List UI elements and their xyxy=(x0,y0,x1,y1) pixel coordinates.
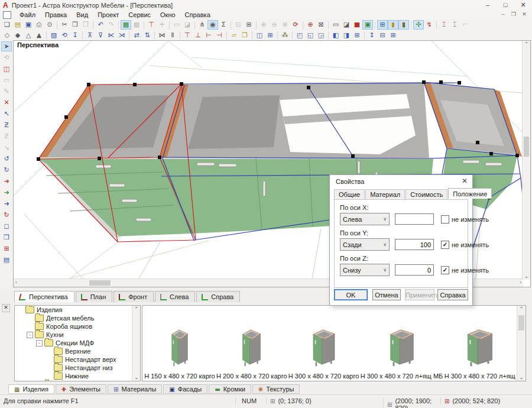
view-tab[interactable]: Перспектива xyxy=(14,291,74,303)
library-tab[interactable]: ▣ Фасады xyxy=(163,384,207,394)
tool-button[interactable]: ➜ xyxy=(1,176,12,186)
toolbar-button[interactable]: ⊞ xyxy=(388,31,398,40)
toolbar-button[interactable]: ▣ xyxy=(362,20,373,30)
tree-item[interactable]: Короба ящиков xyxy=(15,322,140,331)
gallery-item[interactable]: Н 200 х 480 х 720 карго xyxy=(216,324,287,380)
tool-button[interactable]: ↻ xyxy=(1,165,12,175)
toolbar-button[interactable]: ■ xyxy=(352,20,362,30)
cancel-button[interactable]: Отмена xyxy=(372,289,401,300)
tool-button[interactable]: ↻ xyxy=(1,210,12,220)
toolbar-button[interactable]: ⊤ xyxy=(182,31,193,40)
axis-x-input[interactable] xyxy=(395,213,434,225)
help-button[interactable]: Справка xyxy=(437,289,468,300)
toolbar-button[interactable]: △ xyxy=(23,31,34,40)
toolbar-button[interactable]: ⋊ xyxy=(116,31,127,40)
minimize-button[interactable]: – xyxy=(479,0,497,10)
toolbar-button[interactable]: ▮ xyxy=(398,20,409,30)
menu-edit[interactable]: Правка xyxy=(40,11,72,18)
menu-view[interactable]: Вид xyxy=(72,11,93,18)
tree-item[interactable]: Верхние xyxy=(15,347,140,355)
toolbar-button[interactable]: ⋉ xyxy=(106,31,116,40)
gallery-item[interactable]: Н 150 х 480 х 720 карго xyxy=(144,324,215,380)
toolbar-button[interactable]: ⌶ xyxy=(449,20,460,30)
toolbar-button[interactable]: ⊟ xyxy=(377,31,388,40)
axis-y-checkbox[interactable]: ✓ xyxy=(441,241,449,249)
library-tab[interactable]: ❋ Текстуры xyxy=(252,384,300,394)
toolbar-button[interactable]: ⊡ xyxy=(233,20,244,30)
tool-button[interactable]: ⟲ xyxy=(1,53,12,63)
maximize-button[interactable]: □ xyxy=(497,0,514,10)
toolbar-button[interactable]: ◰ xyxy=(294,31,305,40)
tree-item[interactable]: - Кухни xyxy=(15,331,140,339)
toolbar-button[interactable]: ↶ xyxy=(95,20,106,30)
tool-button[interactable]: ➤ xyxy=(1,41,12,51)
library-tab[interactable]: ▦ Изделия xyxy=(8,384,54,394)
tool-button[interactable]: ▭ xyxy=(1,75,12,85)
tree-item[interactable]: - Секции МДФ xyxy=(15,339,140,347)
toolbar-button[interactable]: ▲ xyxy=(34,31,44,40)
toolbar-button[interactable]: ⋔ xyxy=(197,20,207,30)
toolbar-button[interactable]: ⊠ xyxy=(316,20,326,30)
toolbar-button[interactable]: ↕ xyxy=(366,31,377,40)
menu-file[interactable]: Файл xyxy=(15,11,40,18)
toolbar-button[interactable]: ◲ xyxy=(316,31,326,40)
axis-z-checkbox[interactable]: ✓ xyxy=(441,266,449,274)
toolbar-button[interactable]: ⊽ xyxy=(95,31,106,40)
toolbar-button[interactable]: ❐ xyxy=(239,31,250,40)
toolbar-button[interactable]: Σ xyxy=(218,20,229,30)
tab-cost[interactable]: Стоимость xyxy=(406,189,447,199)
tree-expander[interactable]: + xyxy=(36,381,43,382)
scroll-thumb[interactable] xyxy=(518,315,524,331)
menu-help[interactable]: Справка xyxy=(180,11,215,18)
tool-button[interactable]: ▤ xyxy=(1,255,12,265)
tool-button[interactable]: ↘ xyxy=(1,143,12,153)
toolbar-button[interactable]: ✂ xyxy=(59,20,70,30)
toolbar-button[interactable]: ↯ xyxy=(424,20,434,30)
toolbar-button[interactable]: ▭ xyxy=(171,20,182,30)
toolbar-button[interactable]: ⊖ xyxy=(269,20,280,30)
menu-service[interactable]: Сервис xyxy=(124,11,155,18)
toolbar-button[interactable]: ◫ xyxy=(254,31,265,40)
toolbar-button[interactable]: ◧ xyxy=(330,31,341,40)
tool-button[interactable]: Ƶ xyxy=(1,120,12,130)
toolbar-button[interactable]: ⋈ xyxy=(157,31,167,40)
tab-position[interactable]: Положение xyxy=(448,188,492,199)
axis-x-select[interactable]: Слева ∨ xyxy=(340,213,390,225)
tool-button[interactable]: ➜ xyxy=(1,199,12,209)
scroll-right-icon[interactable]: › xyxy=(520,280,521,285)
toolbar-button[interactable]: ❏ xyxy=(2,20,12,30)
toolbar-button[interactable]: ⟲ xyxy=(59,31,70,40)
menu-project[interactable]: Проект xyxy=(93,11,124,18)
toolbar-button[interactable]: ⁂ xyxy=(280,31,290,40)
tree-item[interactable]: + Секции натур фасад Италия xyxy=(15,380,140,381)
toolbar-button[interactable]: ⊞ xyxy=(244,20,254,30)
axis-x-checkbox[interactable] xyxy=(441,215,449,224)
view-tab[interactable]: План xyxy=(76,291,113,302)
toolbar-button[interactable]: ▣ xyxy=(23,20,34,30)
toolbar-button[interactable]: ◱ xyxy=(305,31,316,40)
gallery-item[interactable]: Н 300 х 480 х 720 карго xyxy=(288,324,359,380)
view-tab[interactable]: Фронт xyxy=(113,291,154,302)
panel-close-icon[interactable]: ✕ xyxy=(2,304,10,312)
tool-button[interactable]: ↖ xyxy=(1,109,12,119)
toolbar-button[interactable]: ⊞ xyxy=(265,31,275,40)
toolbar-button[interactable]: ⊕ xyxy=(305,20,316,30)
axis-y-input[interactable] xyxy=(395,239,434,250)
tool-button[interactable]: ◫ xyxy=(1,64,12,74)
apply-button[interactable]: Применить xyxy=(405,289,434,300)
document-icon[interactable] xyxy=(3,11,11,19)
mdi-minimize-button[interactable]: – xyxy=(498,10,508,19)
toolbar-button[interactable]: ◉ xyxy=(207,20,218,30)
view-tab[interactable]: Справа xyxy=(196,291,240,302)
toolbar-button[interactable]: ❐ xyxy=(70,20,80,30)
toolbar-button[interactable]: ✣ xyxy=(413,20,424,30)
scroll-up-icon[interactable]: ⌃ xyxy=(523,41,530,47)
tool-button[interactable]: ❐ xyxy=(1,232,12,242)
tool-button[interactable]: ⊞ xyxy=(1,244,12,254)
library-tab[interactable]: ⊞ Материалы xyxy=(108,384,162,394)
scroll-down-icon[interactable]: ⌄ xyxy=(518,375,525,380)
scroll-thumb[interactable] xyxy=(524,137,529,157)
toolbar-button[interactable]: ⊗ xyxy=(280,20,290,30)
tree-item[interactable]: Нестандарт верх xyxy=(15,355,140,364)
close-button[interactable]: ✕ xyxy=(514,0,532,10)
